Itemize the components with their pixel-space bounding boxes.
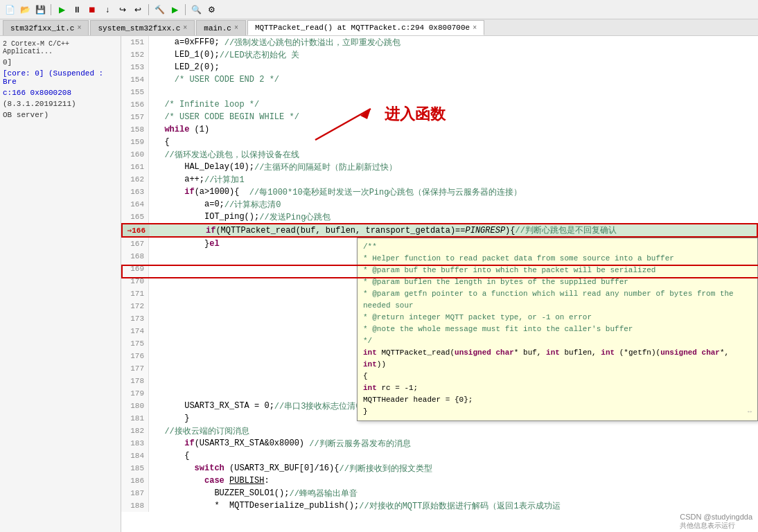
code-area[interactable]: 进入函数 151 a=0xFFF0; //强制发送心跳包的计数溢出，立即重发心跳… (121, 36, 758, 532)
left-panel-item-0: 0] (3, 57, 118, 68)
line-num-156: 156 (121, 98, 149, 111)
sep3 (185, 4, 186, 15)
line-content-159: { (149, 136, 758, 148)
line-num-155: 155 (121, 86, 149, 98)
line-content-154: /* USER CODE END 2 */ (149, 73, 758, 86)
line-num-187: 187 (121, 487, 149, 499)
line-num-167: 167 (121, 238, 149, 250)
code-line-161: 161 HAL_Delay(10);//主循环的间隔延时（防止刷新过快） (121, 161, 758, 173)
line-content-164: a=0;//计算标志清0 (149, 198, 758, 211)
tooltip-popup: /** * Helper function to read packet dat… (357, 238, 758, 421)
tab-mqttpacket[interactable]: MQTTPacket_read() at MQTTPacket.c:294 0x… (247, 20, 484, 35)
line-content-158: while (1) (149, 123, 758, 136)
line-num-179: 179 (121, 387, 149, 400)
line-num-182: 182 (121, 425, 149, 437)
code-line-156: 156 /* Infinite loop */ (121, 98, 758, 111)
line-num-183: 183 (121, 437, 149, 450)
line-num-153: 153 (121, 61, 149, 73)
line-num-174: 174 (121, 325, 149, 337)
toolbar-pause-btn[interactable]: ⏸ (70, 3, 84, 17)
tooltip-line-4: * @param buflen the length in bytes of t… (363, 276, 752, 288)
line-num-169: 169 (121, 263, 149, 275)
line-num-176: 176 (121, 350, 149, 362)
tooltip-line-12: MQTTHeader header = {0}; (363, 394, 752, 406)
tab-stm32-it[interactable]: stm32f1xx_it.c × (3, 20, 89, 35)
tooltip-line-3: * @param buf the buffer into which the p… (363, 265, 752, 276)
line-num-173: 173 (121, 312, 149, 325)
toolbar-save-btn[interactable]: 💾 (33, 3, 47, 17)
tooltip-line-5: * @param getfn pointer to a function whi… (363, 288, 752, 312)
code-line-182: 182 //接收云端的订阅消息 (121, 425, 758, 437)
main-layout: 2 Cortex-M C/C++ Applicati... 0] [core: … (0, 36, 758, 532)
line-num-163: 163 (121, 186, 149, 198)
toolbar-stop-btn[interactable]: ⏹ (85, 3, 99, 17)
code-line-154: 154 /* USER CODE END 2 */ (121, 73, 758, 86)
watermark-sub: 共他信息表示运行 (680, 521, 752, 531)
line-num-185: 185 (121, 462, 149, 475)
line-content-165: IOT_ping();//发送Ping心跳包 (149, 211, 758, 223)
toolbar-stepover-btn[interactable]: ↪ (116, 3, 130, 17)
sep1 (51, 4, 51, 15)
code-line-183: 183 if(USART3_RX_STA&0x8000) //判断云服务器发布的… (121, 437, 758, 450)
tab-stm32-it-label: stm32f1xx_it.c (10, 24, 74, 33)
line-num-151: 151 (121, 36, 149, 48)
tab-stm32-it-close[interactable]: × (77, 24, 81, 32)
code-line-165: 165 IOT_ping();//发送Ping心跳包 (121, 211, 758, 223)
line-num-175: 175 (121, 337, 149, 350)
line-num-162: 162 (121, 173, 149, 186)
tooltip-line-7: * @note the whole message must fit into … (363, 323, 752, 335)
toolbar-debug-btn[interactable]: ▶ (55, 3, 69, 17)
bottom-bar: CSDN @studyingdda 共他信息表示运行 (674, 511, 758, 532)
tooltip-line-13: }↔ (363, 406, 752, 418)
line-content-153: LED_2(0); (149, 61, 758, 73)
tabbar: stm32f1xx_it.c × system_stm32f1xx.c × ma… (0, 19, 758, 36)
tooltip-line-8: */ (363, 335, 752, 347)
line-num-184: 184 (121, 450, 149, 462)
toolbar-open-btn[interactable]: 📂 (18, 3, 32, 17)
toolbar-search-btn[interactable]: 🔍 (189, 3, 203, 17)
code-line-188: 188 * MQTTDeserialize_publish();//对接收的MQ… (121, 499, 758, 512)
line-content-157: /* USER CODE BEGIN WHILE */ (149, 111, 758, 123)
sep2 (148, 4, 149, 15)
code-line-153: 153 LED_2(0); (121, 61, 758, 73)
code-line-186: 186 case PUBLISH: (121, 475, 758, 487)
line-num-171: 171 (121, 287, 149, 300)
left-panel-item-2: c:166 0x8000208 (3, 87, 118, 98)
tab-system-stm32-label: system_stm32f1xx.c (98, 24, 180, 33)
code-line-163: 163 if(a>1000){ //每1000*10毫秒延时发送一次Ping心跳… (121, 186, 758, 198)
tab-mqttpacket-label: MQTTPacket_read() at MQTTPacket.c:294 0x… (255, 24, 470, 32)
code-line-152: 152 LED_1(0);//LED状态初始化 关 (121, 48, 758, 61)
line-num-160: 160 (121, 148, 149, 161)
code-line-187: 187 BUZZER_SOLO1();//蜂鸣器输出单音 (121, 487, 758, 499)
code-line-184: 184 { (121, 450, 758, 462)
tab-mqttpacket-close[interactable]: × (473, 24, 477, 32)
toolbar: 📄 📂 💾 ▶ ⏸ ⏹ ↓ ↪ ↩ 🔨 ▶ 🔍 ⚙ (0, 0, 758, 19)
line-num-177: 177 (121, 362, 149, 375)
left-panel-item-4: OB server) (3, 109, 118, 121)
code-line-164: 164 a=0;//计算标志清0 (121, 198, 758, 211)
tab-system-stm32[interactable]: system_stm32f1xx.c × (90, 20, 195, 35)
line-content-186: case PUBLISH: (149, 475, 758, 487)
toolbar-stepinto-btn[interactable]: ↓ (100, 3, 114, 17)
line-num-161: 161 (121, 161, 149, 173)
tab-main-label: main.c (204, 24, 231, 33)
toolbar-stepreturn-btn[interactable]: ↩ (131, 3, 145, 17)
line-num-166: ⇒166 (123, 224, 150, 236)
left-panel: 2 Cortex-M C/C++ Applicati... 0] [core: … (0, 36, 121, 532)
toolbar-build-btn[interactable]: 🔨 (152, 3, 166, 17)
tooltip-line-10: { (363, 371, 752, 382)
tooltip-line-11: int rc = -1; (363, 382, 752, 394)
line-content-160: //循环发送心跳包，以保持设备在线 (149, 148, 758, 161)
toolbar-new-btn[interactable]: 📄 (3, 3, 17, 17)
toolbar-run-btn[interactable]: ▶ (168, 3, 182, 17)
tab-main[interactable]: main.c × (196, 20, 246, 35)
line-num-158: 158 (121, 123, 149, 136)
tooltip-line-6: * @return integer MQTT packet type, or -… (363, 312, 752, 323)
code-line-159: 159 { (121, 136, 758, 148)
line-content-187: BUZZER_SOLO1();//蜂鸣器输出单音 (149, 487, 758, 499)
code-container: 151 a=0xFFF0; //强制发送心跳包的计数溢出，立即重发心跳包 152… (121, 36, 758, 532)
tab-main-close[interactable]: × (234, 24, 238, 32)
toolbar-settings-btn[interactable]: ⚙ (204, 3, 218, 17)
line-content-152: LED_1(0);//LED状态初始化 关 (149, 48, 758, 61)
tab-system-stm32-close[interactable]: × (183, 24, 187, 32)
